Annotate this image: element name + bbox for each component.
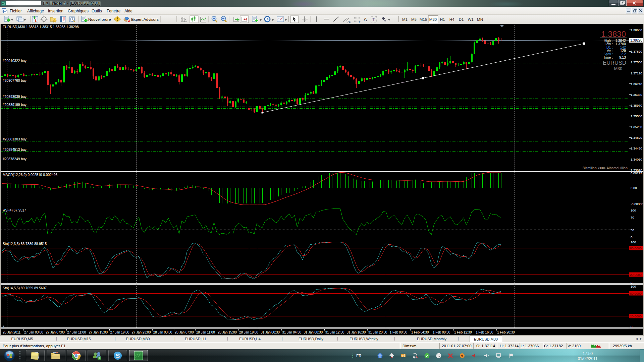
svg-text:28 Jan 07:00: 28 Jan 07:00 [175,330,194,334]
svg-text:17:50: 17:50 [583,351,593,356]
svg-text:26 Jan 2011: 26 Jan 2011 [3,330,21,334]
svg-text:0: 0 [631,281,632,285]
svg-text:100: 100 [631,240,636,244]
svg-text:28 Jan 11:00: 28 Jan 11:00 [196,330,215,334]
svg-text:28 Jan 03:00: 28 Jan 03:00 [153,330,172,334]
svg-text:-0.00335: -0.00335 [631,202,643,206]
svg-text:27 Jan 03:00: 27 Jan 03:00 [24,330,43,334]
svg-text:28 Jan 15:00: 28 Jan 15:00 [218,330,237,334]
svg-text:31 Jan 16:30: 31 Jan 16:30 [347,330,366,334]
svg-text:0: 0 [631,235,632,239]
svg-text:1 Feb 04:30: 1 Feb 04:30 [411,330,429,334]
svg-text:1.34050: 1.34050 [631,158,642,161]
svg-text:1 Feb 12:30: 1 Feb 12:30 [454,330,472,334]
svg-text:31 Jan 12:30: 31 Jan 12:30 [325,330,344,334]
svg-text:9:13: 9:13 [619,56,626,59]
svg-text:#20881303 buy: #20881303 buy [3,137,27,141]
svg-text:M30: M30 [614,66,622,71]
svg-text:100: 100 [631,208,636,212]
svg-text:27 Jan 19:00: 27 Jan 19:00 [110,330,129,334]
svg-text:1 Feb 16:30: 1 Feb 16:30 [476,330,493,334]
svg-text:70: 70 [631,216,634,219]
svg-text:1.38650: 1.38650 [631,28,642,32]
svg-text:27 Jan 15:00: 27 Jan 15:00 [89,330,108,334]
svg-text:#20884513 buy: #20884513 buy [3,148,27,152]
svg-text:1.35580: 1.35580 [631,114,642,118]
svg-text:#20878249 buy: #20878249 buy [3,157,27,161]
svg-text:27 Jan 07:00: 27 Jan 07:00 [46,330,65,334]
svg-text:100: 100 [631,285,636,288]
svg-text:MACD(12,26,9) 0.002510 0.00249: MACD(12,26,9) 0.002510 0.002496 [3,173,57,177]
svg-text:EURUSD,M30 1.38313 1.38315 1.: EURUSD,M30 1.38313 1.38315 1.38253 1.382… [3,25,79,29]
svg-text:1.35200: 1.35200 [631,125,642,129]
svg-text:RSI(4) 67.9517: RSI(4) 67.9517 [3,208,26,212]
svg-text:1.37120: 1.37120 [631,71,642,75]
svg-text:#20910322 buy: #20910322 buy [3,59,27,63]
svg-text:1.36350: 1.36350 [631,93,642,97]
svg-text:#20889199 buy: #20889199 buy [3,103,27,107]
svg-text:20.0000: 20.0000 [630,314,642,318]
svg-text:S: S [116,352,120,359]
svg-text:0.00297: 0.00297 [631,171,642,175]
svg-text:#20893039 buy: #20893039 buy [3,95,27,99]
svg-text:Sto(12,3,3) 86.7889 88.9515: Sto(12,3,3) 86.7889 88.9515 [3,242,47,246]
svg-text:1.36740: 1.36740 [631,82,642,86]
svg-text:1.37500: 1.37500 [631,60,642,64]
svg-text:31 Jan 20:30: 31 Jan 20:30 [368,330,387,334]
svg-text:27 Jan 11:00: 27 Jan 11:00 [67,330,86,334]
svg-text:1.38298: 1.38298 [630,39,643,42]
svg-text:FR: FR [356,354,362,358]
svg-text:1.37890: 1.37890 [631,50,642,53]
svg-text:31 Jan 00:30: 31 Jan 00:30 [261,330,280,334]
svg-text:EURUSD: EURUSD [603,60,626,66]
svg-text:30: 30 [631,228,634,232]
svg-text:1.34430: 1.34430 [631,146,642,150]
svg-text:28 Jan 19:00: 28 Jan 19:00 [239,330,258,334]
svg-text:0: 0 [631,325,632,328]
svg-text:01/02/2011: 01/02/2011 [578,356,597,361]
svg-text:20.0000: 20.0000 [630,273,642,277]
svg-text:31 Jan 08:30: 31 Jan 08:30 [304,330,323,334]
svg-text:1 Feb 08:30: 1 Feb 08:30 [433,330,450,334]
svg-text:1 Feb 20:30: 1 Feb 20:30 [497,330,515,334]
svg-text:1 Feb 00:30: 1 Feb 00:30 [390,330,408,334]
svg-text:80.0000: 80.0000 [630,292,642,295]
svg-text:1.34820: 1.34820 [631,136,642,139]
svg-text:Bismillah <==> Alhamdulillah: Bismillah <==> Alhamdulillah [583,166,628,170]
svg-text:Time :: Time : [603,56,613,59]
svg-text:#20907760 buy: #20907760 buy [3,79,27,82]
svg-text:80.0000: 80.0000 [630,246,642,250]
svg-text:1.35970: 1.35970 [631,104,642,107]
svg-text:31 Jan 04:30: 31 Jan 04:30 [282,330,301,334]
svg-text:27 Jan 23:00: 27 Jan 23:00 [132,330,151,334]
svg-text:0.00: 0.00 [631,186,637,190]
svg-text:1.3830: 1.3830 [601,29,626,39]
svg-text:Sto(14,5,5) 89.7659 89.5607: Sto(14,5,5) 89.7659 89.5607 [3,286,47,290]
